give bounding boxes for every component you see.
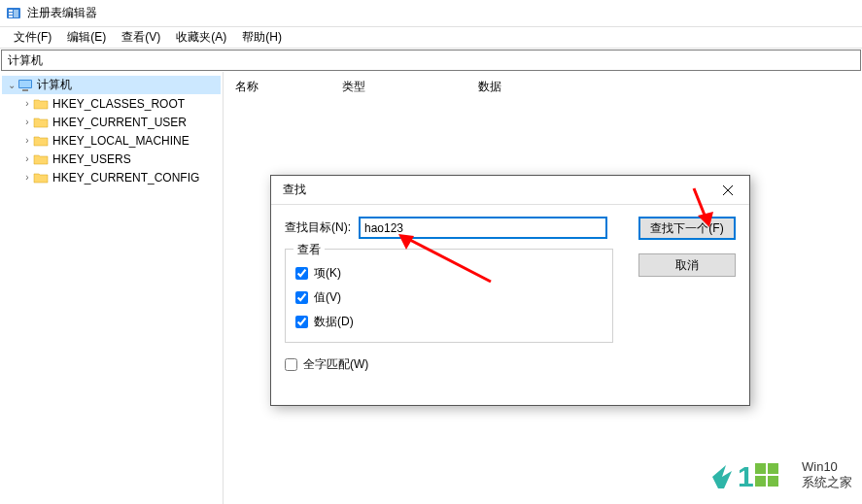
svg-rect-16 xyxy=(755,463,766,474)
view-group-title: 查看 xyxy=(293,242,325,258)
folder-icon xyxy=(33,97,49,111)
tree-item-label: HKEY_CLASSES_ROOT xyxy=(52,97,185,111)
find-dialog: 查找 查找目标(N): 查找下一个(F) 取消 查看 项(K) 值(V) xyxy=(270,175,750,406)
col-name[interactable]: 名称 xyxy=(227,79,334,95)
menu-help[interactable]: 帮助(H) xyxy=(234,29,290,46)
checkbox-value[interactable]: 值(V) xyxy=(295,289,603,306)
chevron-down-icon[interactable]: ⌄ xyxy=(6,80,17,90)
tree-item-hkcu[interactable]: › HKEY_CURRENT_USER xyxy=(2,113,221,131)
tree-item-hkcc[interactable]: › HKEY_CURRENT_CONFIG xyxy=(2,168,221,186)
col-type[interactable]: 类型 xyxy=(334,79,470,95)
svg-rect-7 xyxy=(22,89,28,91)
checkbox-fullword-input[interactable] xyxy=(285,358,297,371)
chevron-right-icon[interactable]: › xyxy=(21,98,33,109)
watermark-text: Win10 系统之家 xyxy=(802,459,852,489)
folder-icon xyxy=(33,116,49,129)
view-group: 查看 项(K) 值(V) 数据(D) xyxy=(285,249,613,343)
tree-item-hku[interactable]: › HKEY_USERS xyxy=(2,150,221,168)
svg-rect-6 xyxy=(19,81,31,87)
computer-icon xyxy=(17,79,33,92)
close-button[interactable] xyxy=(714,180,741,201)
svg-marker-14 xyxy=(712,465,732,488)
watermark-sub: 系统之家 xyxy=(802,475,852,490)
folder-icon xyxy=(33,171,49,185)
checkbox-key[interactable]: 项(K) xyxy=(295,265,603,282)
checkbox-data-label: 数据(D) xyxy=(314,314,354,330)
window-title: 注册表编辑器 xyxy=(27,5,97,21)
svg-rect-4 xyxy=(14,10,18,17)
chevron-right-icon[interactable]: › xyxy=(21,172,33,183)
chevron-right-icon[interactable]: › xyxy=(21,135,33,146)
checkbox-key-input[interactable] xyxy=(295,267,308,280)
chevron-right-icon[interactable]: › xyxy=(21,117,33,127)
address-bar[interactable]: 计算机 xyxy=(1,50,861,71)
svg-rect-2 xyxy=(9,13,13,15)
chevron-right-icon[interactable]: › xyxy=(21,153,33,164)
svg-rect-19 xyxy=(768,476,778,487)
folder-icon xyxy=(33,152,49,166)
tree-item-label: HKEY_CURRENT_USER xyxy=(52,116,187,129)
tree-item-label: HKEY_LOCAL_MACHINE xyxy=(52,134,190,148)
address-path: 计算机 xyxy=(8,52,43,69)
svg-rect-3 xyxy=(9,16,13,17)
svg-rect-17 xyxy=(768,463,778,474)
title-bar: 注册表编辑器 xyxy=(0,0,862,27)
tree-item-hkcr[interactable]: › HKEY_CLASSES_ROOT xyxy=(2,94,221,113)
svg-rect-18 xyxy=(755,476,766,487)
svg-text:1: 1 xyxy=(738,460,754,492)
menu-bar: 文件(F) 编辑(E) 查看(V) 收藏夹(A) 帮助(H) xyxy=(0,27,862,49)
tree-root[interactable]: ⌄ 计算机 xyxy=(2,76,221,94)
find-target-input[interactable] xyxy=(359,217,607,239)
find-target-label: 查找目标(N): xyxy=(285,219,359,236)
list-header: 名称 类型 数据 xyxy=(227,76,858,97)
close-icon xyxy=(723,185,733,195)
watermark: 1 Win10 系统之家 xyxy=(708,455,852,494)
watermark-logo-icon: 1 xyxy=(708,455,796,494)
col-data[interactable]: 数据 xyxy=(470,79,858,95)
checkbox-data[interactable]: 数据(D) xyxy=(295,314,603,330)
svg-rect-1 xyxy=(9,10,13,12)
checkbox-fullword-label: 全字匹配(W) xyxy=(303,356,368,373)
dialog-title-bar: 查找 xyxy=(271,176,749,205)
tree-item-hklm[interactable]: › HKEY_LOCAL_MACHINE xyxy=(2,131,221,150)
dialog-title: 查找 xyxy=(283,182,306,198)
checkbox-fullword[interactable]: 全字匹配(W) xyxy=(285,356,736,373)
menu-favorites[interactable]: 收藏夹(A) xyxy=(168,29,234,46)
tree-root-label: 计算机 xyxy=(37,77,72,93)
tree-item-label: HKEY_USERS xyxy=(52,152,131,166)
checkbox-value-input[interactable] xyxy=(295,291,308,304)
cancel-button[interactable]: 取消 xyxy=(638,253,736,277)
checkbox-value-label: 值(V) xyxy=(314,289,341,306)
menu-edit[interactable]: 编辑(E) xyxy=(59,29,114,46)
checkbox-key-label: 项(K) xyxy=(314,265,341,282)
dialog-body: 查找目标(N): 查找下一个(F) 取消 查看 项(K) 值(V) 数据(D) xyxy=(271,205,749,385)
folder-icon xyxy=(33,134,49,148)
menu-file[interactable]: 文件(F) xyxy=(6,29,59,46)
regedit-icon xyxy=(6,6,21,21)
find-next-button[interactable]: 查找下一个(F) xyxy=(638,217,736,240)
watermark-brand: Win10 xyxy=(802,459,852,475)
tree-item-label: HKEY_CURRENT_CONFIG xyxy=(52,171,199,185)
checkbox-data-input[interactable] xyxy=(295,316,308,328)
tree-panel: ⌄ 计算机 › HKEY_CLASSES_ROOT › HKEY_CURREN xyxy=(0,72,224,504)
menu-view[interactable]: 查看(V) xyxy=(114,29,168,46)
